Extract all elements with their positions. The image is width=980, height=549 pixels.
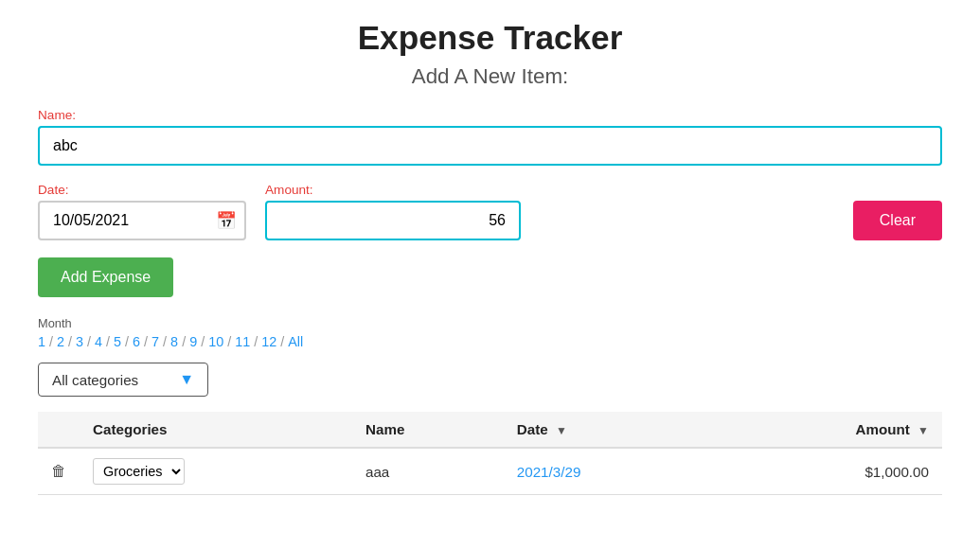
amount-label: Amount: <box>265 183 521 197</box>
amount-field-group: Amount: <box>265 183 521 240</box>
row-fields: Date: 📅 Amount: Clear <box>38 183 942 240</box>
date-field: 📅 <box>38 201 246 240</box>
chevron-down-icon: ▼ <box>179 371 194 388</box>
month-link-5[interactable]: 5 <box>114 334 121 349</box>
row-action-cell: 🗑 <box>38 448 80 495</box>
month-link-2[interactable]: 2 <box>57 334 64 349</box>
month-link-7[interactable]: 7 <box>151 334 159 349</box>
row-name-cell: aaa <box>352 448 504 495</box>
add-expense-button[interactable]: Add Expense <box>38 257 173 297</box>
name-label: Name: <box>38 108 942 122</box>
col-name: Name <box>352 412 504 448</box>
col-amount[interactable]: Amount ▼ <box>712 412 942 448</box>
category-dropdown[interactable]: All categories ▼ <box>38 363 208 397</box>
name-input[interactable] <box>38 126 942 166</box>
clear-button[interactable]: Clear <box>853 201 942 240</box>
trash-icon[interactable]: 🗑 <box>51 463 66 479</box>
month-link-6[interactable]: 6 <box>133 334 140 349</box>
month-link-12[interactable]: 12 <box>261 334 276 349</box>
date-input[interactable] <box>38 201 246 240</box>
name-section: Name: <box>38 108 942 166</box>
expense-table: Categories Name Date ▼ Amount ▼ 🗑 Grocer… <box>38 412 942 495</box>
month-label: Month <box>38 316 942 330</box>
month-links: 1 / 2 / 3 / 4 / 5 / 6 / 7 / 8 / 9 / 10 /… <box>38 334 942 349</box>
amount-sort-icon: ▼ <box>918 424 929 437</box>
month-link-8[interactable]: 8 <box>170 334 178 349</box>
month-link-10[interactable]: 10 <box>208 334 223 349</box>
date-field-group: Date: 📅 <box>38 183 246 240</box>
col-action <box>38 412 80 448</box>
col-categories: Categories <box>80 412 352 448</box>
row-category-cell: Groceries <box>80 448 352 495</box>
row-amount-cell: $1,000.00 <box>712 448 942 495</box>
month-link-11[interactable]: 11 <box>235 334 250 349</box>
row-date-link[interactable]: 2021/3/29 <box>517 464 581 480</box>
amount-input[interactable] <box>265 201 521 240</box>
month-link-1[interactable]: 1 <box>38 334 45 349</box>
table-header-row: Categories Name Date ▼ Amount ▼ <box>38 412 942 448</box>
page-title: Expense Tracker <box>38 19 942 57</box>
row-date-cell: 2021/3/29 <box>504 448 712 495</box>
month-section: Month 1 / 2 / 3 / 4 / 5 / 6 / 7 / 8 / 9 … <box>38 316 942 349</box>
month-link-4[interactable]: 4 <box>95 334 102 349</box>
month-link-9[interactable]: 9 <box>189 334 197 349</box>
col-date[interactable]: Date ▼ <box>504 412 712 448</box>
table-row: 🗑 Groceries aaa 2021/3/29 $1,000.00 <box>38 448 942 495</box>
page-subtitle: Add A New Item: <box>38 64 942 89</box>
date-label: Date: <box>38 183 246 197</box>
month-link-3[interactable]: 3 <box>76 334 83 349</box>
category-dropdown-label: All categories <box>52 372 138 388</box>
row-category-select[interactable]: Groceries <box>93 458 185 485</box>
date-sort-icon: ▼ <box>556 424 567 437</box>
month-link-all[interactable]: All <box>288 334 303 349</box>
